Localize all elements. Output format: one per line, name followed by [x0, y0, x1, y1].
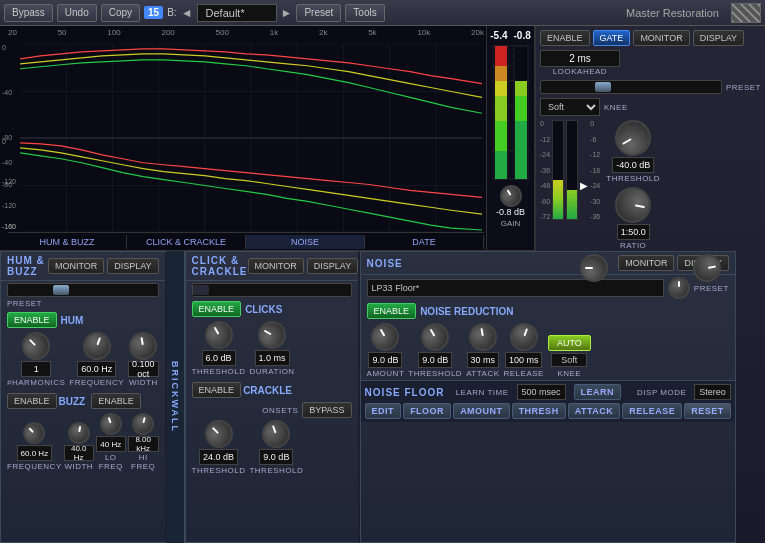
ratio-label: RATIO [620, 241, 646, 250]
buzz-enable-button[interactable]: ENABLE [7, 393, 57, 409]
hum-preset-thumb[interactable] [53, 285, 69, 295]
gate-label-button[interactable]: GATE [593, 30, 631, 46]
noise-enable-button[interactable]: ENABLE [367, 303, 417, 319]
crackle-knob-row: 24.0 dB THRESHOLD 9.0 dB THRESHOLD [192, 420, 352, 475]
buzz-hifreq-knob[interactable] [130, 411, 157, 438]
bottom-panels: HUM & BUZZ MONITOR DISPLAY PRESET ENABLE [0, 251, 535, 543]
hum-width-label: WIDTH [129, 378, 158, 387]
gate-enable-button[interactable]: ENABLE [540, 30, 590, 46]
attack-knob[interactable] [580, 254, 608, 282]
click-enable-button[interactable]: ENABLE [192, 301, 242, 317]
gate-monitor-button[interactable]: MONITOR [633, 30, 689, 46]
click-display-button[interactable]: DISPLAY [307, 258, 358, 274]
left-arrow[interactable]: ◄ [181, 6, 193, 20]
noise-attack-knob-group: 30 ms ATTACK [466, 323, 499, 378]
nf-thresh-button[interactable]: THRESH [512, 403, 566, 419]
click-monitor-button[interactable]: MONITOR [248, 258, 304, 274]
buzz-freq-knob[interactable] [19, 417, 50, 448]
gate-preset-thumb[interactable] [595, 82, 611, 92]
toolbar: Bypass Undo Copy 15 B: ◄ Default* ► Pres… [0, 0, 765, 26]
hum-width2-knob-group: 0.100 oct WIDTH [128, 332, 159, 387]
copy-button[interactable]: Copy [101, 4, 140, 22]
gate-right-fill [567, 190, 577, 219]
right-arrow[interactable]: ► [281, 6, 293, 20]
nf-edit-button[interactable]: EDIT [365, 403, 402, 419]
stripe-decoration [731, 3, 761, 23]
nf-reset-button[interactable]: RESET [684, 403, 731, 419]
clicks-knob-row: 6.0 dB THRESHOLD 1.0 ms DURATION [186, 319, 358, 378]
nf-attack-button[interactable]: ATTACK [568, 403, 621, 419]
gate-display-button[interactable]: DISPLAY [693, 30, 744, 46]
click-thresh-knob[interactable] [199, 316, 237, 354]
meter-readings: -5.4 -0.8 [490, 30, 530, 41]
noise-floor-title: NOISE FLOOR [365, 387, 445, 398]
hum-width-val: 0.100 oct [128, 361, 159, 377]
nf-release-button[interactable]: RELEASE [622, 403, 682, 419]
spectrum-section: 2050100200500 1k2k5k10k20k 0-40-80-120-1… [0, 26, 535, 543]
hum-freq-knob[interactable] [16, 326, 56, 366]
preset-button[interactable]: Preset [296, 4, 341, 22]
bypass-button[interactable]: Bypass [4, 4, 53, 22]
noise-preset-knob[interactable] [668, 277, 690, 299]
click-duration-knob[interactable] [253, 316, 291, 354]
crackle-bypass-button[interactable]: BYPASS [302, 402, 351, 418]
noise-threshold-knob[interactable] [416, 318, 454, 356]
noise-threshold-knob-group: 9.0 dB THRESHOLD [408, 323, 462, 378]
crackle-thresh2-knob[interactable] [258, 416, 294, 452]
hum-width-knob[interactable] [79, 328, 115, 364]
noise-preset-display[interactable]: LP33 Floor* [367, 279, 664, 297]
svg-rect-32 [515, 81, 527, 96]
ratio-knob-group: 1:50.0 RATIO [606, 187, 660, 250]
knee-label: KNEE [604, 103, 628, 112]
noise-monitor-button[interactable]: MONITOR [618, 255, 674, 271]
crackle-enable-button[interactable]: ENABLE [192, 382, 242, 398]
hum-width2-knob[interactable] [127, 330, 159, 362]
db-labels-bot: 0-40-80-120-160 [2, 138, 16, 230]
noise-knobs-row: 9.0 dB AMOUNT 9.0 dB THRESHOLD 30 ms ATT… [361, 321, 735, 380]
click-duration-val: 1.0 ms [255, 350, 290, 366]
hum-harmonics-label: #HARMONICS [7, 378, 65, 387]
lookahead-group: 2 ms LOOKAHEAD [540, 50, 620, 76]
buzz-hifreq-val: 8.00 kHz [128, 436, 159, 452]
threshold-knob[interactable] [609, 113, 658, 162]
buzz-width-knob[interactable] [66, 420, 91, 445]
svg-rect-28 [495, 46, 507, 66]
crackle-thresh2-knob-group: 9.0 dB THRESHOLD [249, 420, 303, 475]
noise-panel: NOISE MONITOR DISPLAY LP33 Floor* PRESET [360, 251, 736, 543]
undo-button[interactable]: Undo [57, 4, 97, 22]
nf-floor-button[interactable]: FLOOR [403, 403, 451, 419]
click-crackle-panel: CLICK & CRACKLE MONITOR DISPLAY ENABLE C… [185, 251, 360, 543]
svg-rect-27 [495, 66, 507, 81]
tools-button[interactable]: Tools [345, 4, 384, 22]
buzz-label: BUZZ [59, 396, 86, 407]
threshold-label: THRESHOLD [606, 174, 660, 183]
noise-auto-button[interactable]: AUTO [548, 335, 591, 351]
hum-preset-label: PRESET [7, 299, 42, 308]
ratio-knob[interactable] [612, 184, 654, 226]
knee-select[interactable]: Soft Hard [540, 98, 600, 116]
gate-top-buttons: ENABLE GATE MONITOR DISPLAY [540, 30, 761, 46]
hum-enable-button[interactable]: ENABLE [7, 312, 57, 328]
crackle-thresh-label: THRESHOLD [192, 466, 246, 475]
buzz-enable2-button[interactable]: ENABLE [91, 393, 141, 409]
noise-attack-knob[interactable] [467, 321, 499, 353]
noise-release-knob[interactable] [506, 319, 542, 355]
gate-left-meter [552, 120, 564, 220]
hum-preset-slider[interactable] [7, 283, 159, 297]
gate-preset-slider[interactable] [540, 80, 722, 94]
gain-knob-area: -0.8 dB GAIN [496, 185, 525, 228]
click-preset-slider[interactable] [192, 283, 352, 297]
spectrum-display[interactable]: 2050100200500 1k2k5k10k20k 0-40-80-120-1… [0, 26, 535, 251]
buzz-lofreq-knob[interactable] [97, 410, 125, 438]
click-preset-thumb[interactable] [193, 285, 209, 295]
hum-display-button[interactable]: DISPLAY [107, 258, 158, 274]
nf-learn-button[interactable]: LEARN [574, 384, 622, 400]
nf-amount-button[interactable]: AMOUNT [453, 403, 510, 419]
noise-reduction-label: NOISE REDUCTION [420, 306, 513, 317]
click-crackle-header: CLICK & CRACKLE MONITOR DISPLAY [186, 252, 358, 281]
noise-amount-knob[interactable] [366, 318, 404, 356]
buzz-lofreq-knob-group: 40 Hz LO FREQ [96, 413, 126, 471]
hum-monitor-button[interactable]: MONITOR [48, 258, 104, 274]
crackle-thresh-knob[interactable] [199, 414, 239, 454]
click-thresh-knob-group: 6.0 dB THRESHOLD [192, 321, 246, 376]
